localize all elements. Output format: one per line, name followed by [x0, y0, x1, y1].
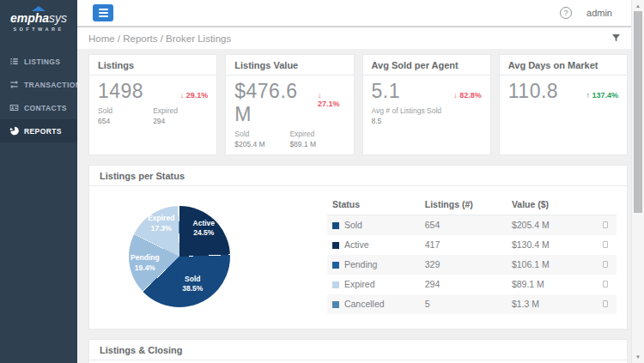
status-swatch [332, 222, 339, 229]
vertical-scrollbar[interactable]: ▲ ▼ [631, 0, 644, 363]
panel-title: Listings & Closing [89, 340, 627, 360]
main-area: ? admin Home / Reports / Broker Listings… [77, 0, 631, 363]
sub-label: Sold [98, 106, 153, 115]
hamburger-icon [99, 9, 108, 10]
kpi-value: 110.8 [508, 80, 558, 103]
col-header-status: Status [327, 197, 420, 215]
status-pie[interactable] [129, 206, 230, 307]
kpi-delta: ↓ 82.8% [453, 91, 482, 100]
menu-toggle-button[interactable] [93, 4, 113, 21]
row-details-icon[interactable] [603, 261, 608, 268]
kpi-card-listings: Listings 1498 ↓ 29.1% Sold654 Expired294 [88, 54, 217, 155]
brand-subtitle: SOFTWARE [0, 27, 77, 32]
kpi-value: $476.6 M [234, 80, 318, 126]
broker-dashboard: emphasys SOFTWARE LISTINGS TRANSACTIONS … [0, 0, 644, 363]
status-table: Status Listings (#) Value ($) Sold 654 [327, 197, 617, 314]
kpi-card-listings-value: Listings Value $476.6 M ↓ 27.1% Sold$205… [225, 54, 354, 155]
status-swatch [332, 242, 339, 249]
card-title: Listings Value [226, 55, 353, 76]
row-details-icon[interactable] [603, 281, 608, 287]
breadcrumb-bar: Home / Reports / Broker Listings [77, 27, 631, 49]
sidebar-item-reports[interactable]: REPORTS [0, 119, 77, 142]
sidebar-item-listings[interactable]: LISTINGS [0, 50, 77, 73]
sub-label: Expired [153, 106, 208, 115]
sidebar-item-label: CONTACTS [24, 104, 67, 112]
topbar-right: ? admin [560, 7, 612, 19]
row-details-icon[interactable] [603, 221, 608, 228]
list-icon [9, 57, 19, 66]
scroll-up-icon[interactable]: ▲ [632, 1, 644, 11]
sub-label: Expired [289, 130, 344, 138]
card-title: Listings [89, 55, 216, 76]
sub-label: Avg # of Listings Sold [372, 106, 482, 115]
kpi-card-avg-days-on-market: Avg Days on Market 110.8 ↑ 137.4% [499, 54, 628, 155]
listings-and-closing-panel: Listings & Closing 40M 160 [88, 339, 628, 363]
contact-card-icon [9, 103, 19, 112]
sub-value: $89.1 M [289, 140, 344, 148]
scrollbar-thumb[interactable] [634, 11, 642, 213]
sidebar-item-label: REPORTS [24, 127, 62, 136]
row-details-icon[interactable] [603, 300, 608, 307]
topbar: ? admin [77, 0, 631, 27]
transfer-arrows-icon [9, 80, 19, 89]
table-row-pending: Pending 329 $106.1 M [327, 255, 617, 275]
col-header-value: Value ($) [507, 197, 593, 215]
sidebar-nav: LISTINGS TRANSACTIONS CONTACTS REPORTS [0, 50, 77, 142]
content: Listings 1498 ↓ 29.1% Sold654 Expired294 [77, 49, 631, 363]
logo: emphasys SOFTWARE [0, 0, 77, 41]
sub-label: Sold [234, 130, 289, 138]
table-row-cancelled: Cancelled 5 $1.3 M [327, 294, 617, 314]
table-row-active: Active 417 $130.4 M [327, 235, 617, 255]
card-title: Avg Sold per Agent [363, 55, 490, 76]
delta-arrow-icon: ↓ [318, 91, 322, 100]
delta-arrow-icon: ↑ [586, 91, 590, 100]
sidebar: emphasys SOFTWARE LISTINGS TRANSACTIONS … [0, 0, 77, 363]
user-name[interactable]: admin [586, 8, 612, 18]
breadcrumb[interactable]: Home / Reports / Broker Listings [88, 33, 231, 44]
sidebar-item-contacts[interactable]: CONTACTS [0, 96, 77, 119]
kpi-value: 5.1 [372, 80, 400, 103]
sub-value: 654 [98, 117, 153, 125]
help-icon[interactable]: ? [560, 7, 572, 19]
status-swatch [332, 262, 339, 269]
kpi-card-avg-sold-per-agent: Avg Sold per Agent 5.1 ↓ 82.8% Avg # of … [362, 54, 491, 155]
listings-per-status-panel: Listings per Status Active24.5% Sold38.5… [88, 165, 628, 330]
card-title: Avg Days on Market [500, 55, 627, 76]
brand-text: emphasys [0, 12, 77, 25]
kpi-delta: ↓ 29.1% [180, 91, 209, 100]
sub-value: 8.5 [372, 117, 482, 125]
row-details-icon[interactable] [603, 241, 608, 248]
kpi-row: Listings 1498 ↓ 29.1% Sold654 Expired294 [88, 54, 628, 155]
status-swatch [332, 281, 339, 288]
sub-value: 294 [153, 117, 208, 125]
delta-arrow-icon: ↓ [453, 91, 458, 100]
col-header-listings: Listings (#) [420, 197, 507, 215]
brand-bold: empha [10, 11, 49, 25]
sidebar-item-transactions[interactable]: TRANSACTIONS [0, 73, 77, 96]
table-row-expired: Expired 294 $89.1 M [327, 275, 617, 294]
kpi-delta: ↓ 27.1% [318, 91, 345, 108]
sub-value: $205.4 M [234, 140, 289, 148]
pie-chart-icon [9, 126, 19, 136]
panel-title: Listings per Status [89, 166, 627, 186]
kpi-value: 1498 [98, 80, 143, 103]
status-swatch [332, 301, 339, 308]
scroll-down-icon[interactable]: ▼ [632, 352, 644, 362]
kpi-delta: ↑ 137.4% [586, 91, 618, 100]
delta-arrow-icon: ↓ [180, 91, 185, 100]
filter-icon[interactable] [611, 33, 621, 43]
brand-light: sys [49, 11, 67, 25]
table-row-sold: Sold 654 $205.4 M [327, 215, 617, 235]
sidebar-item-label: LISTINGS [24, 57, 60, 66]
